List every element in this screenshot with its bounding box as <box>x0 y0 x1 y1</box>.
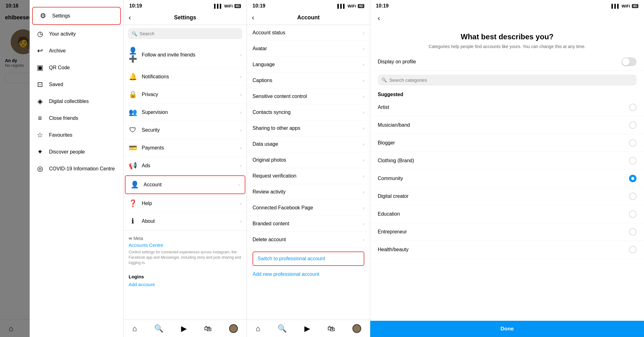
radio-digital[interactable] <box>629 193 637 200</box>
account-item-reviewactivity[interactable]: Review activity › <box>247 184 370 200</box>
add-account-link[interactable]: Add account <box>129 282 242 287</box>
security-icon: 🛡 <box>129 126 137 134</box>
account-item-contacts[interactable]: Contacts syncing › <box>247 105 370 120</box>
search-nav-icon-2[interactable]: 🔍 <box>154 324 164 333</box>
menu-item-discover[interactable]: ✦ Discover people <box>30 144 123 160</box>
reels-icon-3[interactable]: ▶ <box>304 324 310 333</box>
menu-item-archive[interactable]: ↩ Archive <box>30 42 123 59</box>
delete-label: Delete account <box>253 237 286 242</box>
account-item-avatar[interactable]: Avatar › <box>247 41 370 57</box>
category-item-entrepreneur[interactable]: Entrepreneur <box>370 223 644 241</box>
account-label: Account <box>144 182 162 188</box>
chevron-datausage: › <box>363 142 364 147</box>
account-item-status[interactable]: Account status › <box>247 25 370 41</box>
account-item-originalphotos[interactable]: Original photos › <box>247 152 370 168</box>
menu-item-qr[interactable]: ▣ QR Code <box>30 59 123 76</box>
menu-item-closefriends[interactable]: ≡ Close friends <box>30 110 123 127</box>
radio-musician[interactable] <box>629 121 637 129</box>
status-icons-4: ▌▌▌ WiFi 4G <box>612 4 638 8</box>
bottom-nav-2: ⌂ 🔍 ▶ 🛍 <box>124 320 247 337</box>
settings-item-privacy[interactable]: 🔒 Privacy › <box>124 86 247 104</box>
account-status-label: Account status <box>253 30 285 36</box>
account-item-sharing[interactable]: Sharing to other apps › <box>247 120 370 136</box>
settings-item-account[interactable]: 👤 Account › <box>125 175 245 194</box>
category-item-education[interactable]: Education <box>370 205 644 223</box>
account-item-sensitive[interactable]: Sensitive content control › <box>247 89 370 105</box>
shop-icon-2[interactable]: 🛍 <box>204 324 212 333</box>
switch-professional-button[interactable]: Switch to professional account <box>253 252 364 266</box>
account-icon: 👤 <box>130 181 139 189</box>
back-button-account[interactable]: ‹ <box>252 14 254 22</box>
account-item-datausage[interactable]: Data usage › <box>247 136 370 152</box>
category-label-artist: Artist <box>378 105 389 110</box>
reels-icon-2[interactable]: ▶ <box>181 324 187 333</box>
home-icon-2[interactable]: ⌂ <box>132 324 137 333</box>
ads-label: Ads <box>142 163 150 168</box>
menu-item-settings[interactable]: ⚙ Settings <box>32 7 121 25</box>
account-item-captions[interactable]: Captions › <box>247 73 370 89</box>
search-categories-input[interactable] <box>389 77 633 83</box>
account-item-branded[interactable]: Branded content › <box>247 216 370 232</box>
category-item-clothing[interactable]: Clothing (Brand) <box>370 152 644 170</box>
settings-title: Settings <box>174 14 196 21</box>
radio-artist[interactable] <box>629 104 637 111</box>
home-icon-3[interactable]: ⌂ <box>256 324 260 333</box>
menu-item-saved[interactable]: ⊡ Saved <box>30 76 123 93</box>
status-bar-4: 10:19 ▌▌▌ WiFi 4G <box>370 0 644 11</box>
chevron-sensitive: › <box>363 94 364 99</box>
radio-community[interactable] <box>629 175 637 182</box>
settings-icon: ⚙ <box>39 12 47 20</box>
sharing-label: Sharing to other apps <box>253 125 300 131</box>
display-toggle-switch[interactable] <box>622 57 637 66</box>
security-label: Security <box>142 127 160 133</box>
done-button[interactable]: Done <box>370 321 644 337</box>
category-item-artist[interactable]: Artist <box>370 99 644 116</box>
radio-entrepreneur[interactable] <box>629 228 637 236</box>
account-item-facebook[interactable]: Connected Facebook Page › <box>247 200 370 216</box>
category-item-health[interactable]: Health/beauty <box>370 241 644 259</box>
account-item-verification[interactable]: Request verification › <box>247 168 370 184</box>
category-item-digital[interactable]: Digital creator <box>370 188 644 205</box>
chevron-about: › <box>240 219 242 224</box>
radio-blogger[interactable] <box>629 139 637 147</box>
settings-item-supervision[interactable]: 👥 Supervision › <box>124 104 247 121</box>
branded-label: Branded content <box>253 221 289 227</box>
category-item-musician[interactable]: Musician/band <box>370 116 644 134</box>
account-item-language[interactable]: Language › <box>247 57 370 73</box>
settings-search-input[interactable] <box>140 31 238 36</box>
radio-health[interactable] <box>629 246 637 253</box>
menu-item-label-qr: QR Code <box>49 65 70 71</box>
category-item-community[interactable]: Community <box>370 170 644 188</box>
menu-item-label-saved: Saved <box>49 82 63 87</box>
radio-clothing[interactable] <box>629 157 637 164</box>
back-button-describe[interactable]: ‹ <box>378 14 380 22</box>
settings-item-payments[interactable]: 💳 Payments › <box>124 139 247 157</box>
menu-item-label-closefriends: Close friends <box>49 115 78 121</box>
settings-item-about[interactable]: ℹ About › <box>124 212 247 230</box>
profile-nav-icon-3[interactable] <box>352 324 361 333</box>
settings-item-help[interactable]: ❓ Help › <box>124 195 247 212</box>
back-button-settings[interactable]: ‹ <box>129 14 131 22</box>
settings-item-ads[interactable]: 📢 Ads › <box>124 157 247 175</box>
accounts-centre-link[interactable]: Accounts Centre <box>129 242 242 248</box>
settings-item-follow[interactable]: 👤➕ Follow and invite friends › <box>124 42 247 68</box>
account-item-delete[interactable]: Delete account › <box>247 232 370 248</box>
facebook-label: Connected Facebook Page <box>253 205 313 211</box>
menu-item-covid[interactable]: ◎ COVID-19 Information Centre <box>30 160 123 177</box>
verification-label: Request verification <box>253 173 297 179</box>
search-nav-icon-3[interactable]: 🔍 <box>278 324 287 333</box>
settings-item-notifications[interactable]: 🔔 Notifications › <box>124 68 247 86</box>
menu-item-favourites[interactable]: ☆ Favourites <box>30 127 123 144</box>
signal-icon-2: ▌▌▌ <box>214 4 223 8</box>
menu-item-activity[interactable]: ◷ Your activity <box>30 26 123 42</box>
add-professional-button[interactable]: Add new professional account <box>253 267 364 281</box>
category-item-blogger[interactable]: Blogger <box>370 134 644 152</box>
radio-education[interactable] <box>629 210 637 218</box>
settings-item-security[interactable]: 🛡 Security › <box>124 121 247 139</box>
menu-item-collectibles[interactable]: ◈ Digital collectibles <box>30 93 123 110</box>
shop-icon-3[interactable]: 🛍 <box>327 324 335 333</box>
status-icons-3: ▌▌▌ WiFi 4G <box>337 4 364 8</box>
settings-nav: ‹ Settings <box>124 11 247 25</box>
follow-icon: 👤➕ <box>129 47 137 63</box>
profile-nav-icon-2[interactable] <box>229 324 238 333</box>
